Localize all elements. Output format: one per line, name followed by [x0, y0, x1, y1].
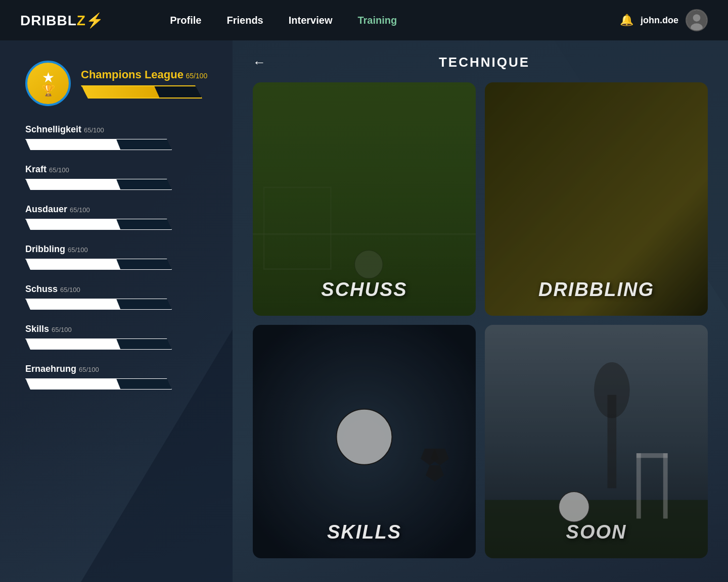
stats-section: Schnelligkeit 65/100 Kraft 65/100 Ausdau… — [25, 124, 212, 390]
svg-rect-25 — [636, 453, 668, 458]
stat-ausdauer-fill — [26, 219, 120, 229]
league-progress-bar — [81, 85, 202, 99]
svg-rect-5 — [264, 187, 331, 269]
notification-bell-icon[interactable]: 🔔 — [620, 14, 633, 27]
stat-skills-label: Skills 65/100 — [25, 324, 212, 334]
stat-kraft-bar — [25, 179, 172, 190]
stat-skills-bar — [25, 338, 172, 350]
svg-point-1 — [693, 14, 701, 22]
league-name: Champions League — [81, 68, 184, 81]
nav-interview[interactable]: Interview — [289, 15, 333, 26]
stat-ernaehrung-fill — [26, 379, 120, 389]
card-skills[interactable]: SKILLS — [253, 325, 476, 558]
navbar: DRIBBLZ⚡ Profile Friends Interview Train… — [0, 0, 728, 40]
stat-kraft-label: Kraft 65/100 — [25, 164, 212, 175]
stat-ausdauer-label: Ausdauer 65/100 — [25, 204, 212, 215]
stat-dribbling-label: Dribbling 65/100 — [25, 244, 212, 255]
stat-ausdauer: Ausdauer 65/100 — [25, 204, 212, 230]
badge-star-icon: ★ — [42, 71, 55, 85]
username-label: john.doe — [641, 15, 678, 26]
card-dribbling[interactable]: DRIBBLING — [485, 82, 708, 316]
stat-ausdauer-bar — [25, 219, 172, 230]
nav-user-section: 🔔 john.doe — [620, 9, 708, 31]
stat-dribbling-bar — [25, 259, 172, 270]
league-row: ★ 🏆 Champions League 65/100 — [25, 61, 212, 106]
stat-ernaehrung: Ernaehrung 65/100 — [25, 364, 212, 390]
nav-profile[interactable]: Profile — [170, 15, 201, 26]
nav-links: Profile Friends Interview Training — [170, 15, 397, 26]
logo-bolt: Z⚡ — [77, 13, 104, 28]
stat-schnelligkeit: Schnelligkeit 65/100 — [25, 124, 212, 150]
svg-point-19 — [594, 362, 630, 418]
svg-point-6 — [354, 250, 383, 278]
technique-title: TECHNIQUE — [266, 55, 703, 70]
main-content: ★ 🏆 Champions League 65/100 Schnelligkei… — [0, 40, 728, 582]
card-skills-label: SKILLS — [327, 521, 401, 558]
stat-schnelligkeit-fill — [26, 139, 120, 150]
league-info: Champions League 65/100 — [81, 68, 207, 99]
sidebar: ★ 🏆 Champions League 65/100 Schnelligkei… — [0, 40, 233, 582]
svg-point-2 — [691, 23, 703, 31]
card-schuss-label: SCHUSS — [321, 279, 407, 316]
stat-kraft: Kraft 65/100 — [25, 164, 212, 190]
league-badge: ★ 🏆 — [25, 61, 71, 106]
stat-dribbling: Dribbling 65/100 — [25, 244, 212, 270]
card-dribbling-label: DRIBBLING — [538, 279, 654, 316]
stat-ernaehrung-bar — [25, 378, 172, 390]
stat-kraft-fill — [26, 179, 120, 189]
stat-schuss-fill — [26, 299, 120, 309]
stat-dribbling-fill — [26, 259, 120, 269]
right-panel: ← TECHNIQUE — [233, 40, 728, 582]
logo[interactable]: DRIBBLZ⚡ — [20, 12, 104, 29]
league-score: 65/100 — [186, 72, 207, 80]
technique-header: ← TECHNIQUE — [233, 40, 728, 82]
svg-rect-24 — [636, 453, 641, 518]
technique-grid: SCHUSS — [233, 82, 728, 578]
svg-rect-26 — [663, 453, 668, 518]
back-button[interactable]: ← — [253, 55, 266, 70]
league-progress-fill — [82, 86, 159, 98]
stat-skills: Skills 65/100 — [25, 324, 212, 350]
card-soon: SOON — [485, 325, 708, 558]
stat-schnelligkeit-label: Schnelligkeit 65/100 — [25, 124, 212, 135]
badge-trophy-icon: 🏆 — [41, 85, 55, 96]
stat-schnelligkeit-bar — [25, 139, 172, 150]
avatar[interactable] — [686, 9, 708, 31]
stat-schuss: Schuss 65/100 — [25, 284, 212, 310]
stat-skills-fill — [26, 339, 120, 349]
stat-schuss-bar — [25, 299, 172, 310]
league-name-label: Champions League 65/100 — [81, 68, 207, 81]
stat-ernaehrung-label: Ernaehrung 65/100 — [25, 364, 212, 374]
nav-friends[interactable]: Friends — [227, 15, 263, 26]
svg-point-7 — [354, 250, 383, 278]
stat-schuss-label: Schuss 65/100 — [25, 284, 212, 295]
card-soon-label: SOON — [566, 521, 627, 558]
nav-training[interactable]: Training — [357, 15, 397, 26]
card-schuss[interactable]: SCHUSS — [253, 82, 476, 316]
